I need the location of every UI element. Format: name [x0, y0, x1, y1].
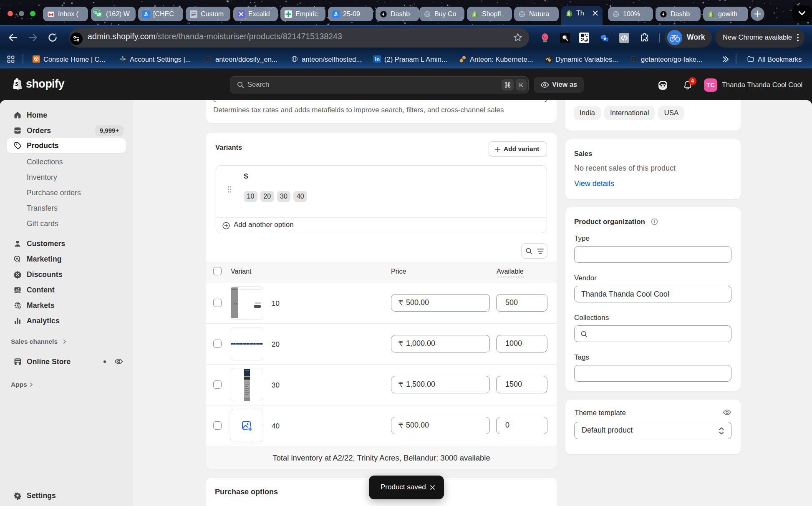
svg-text:$: $	[18, 305, 20, 309]
